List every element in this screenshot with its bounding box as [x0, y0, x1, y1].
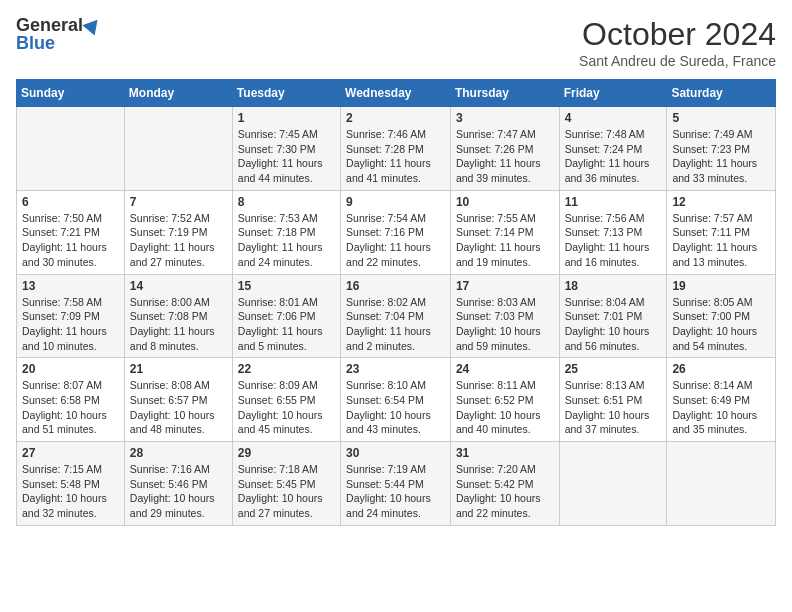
cell-info: Sunrise: 7:58 AM: [22, 295, 119, 310]
cell-info: Sunrise: 8:07 AM: [22, 378, 119, 393]
day-number: 18: [565, 279, 662, 293]
calendar-cell: 1Sunrise: 7:45 AMSunset: 7:30 PMDaylight…: [232, 107, 340, 191]
cell-info: Sunset: 7:26 PM: [456, 142, 554, 157]
logo: General Blue: [16, 16, 101, 52]
calendar-cell: 15Sunrise: 8:01 AMSunset: 7:06 PMDayligh…: [232, 274, 340, 358]
cell-info: Sunrise: 8:08 AM: [130, 378, 227, 393]
cell-info: Sunrise: 7:57 AM: [672, 211, 770, 226]
calendar-cell: [17, 107, 125, 191]
calendar-cell: 12Sunrise: 7:57 AMSunset: 7:11 PMDayligh…: [667, 190, 776, 274]
col-header-friday: Friday: [559, 80, 667, 107]
cell-info: Sunrise: 8:05 AM: [672, 295, 770, 310]
logo-icon: [82, 14, 103, 35]
day-number: 29: [238, 446, 335, 460]
col-header-wednesday: Wednesday: [341, 80, 451, 107]
cell-info: Daylight: 11 hours and 16 minutes.: [565, 240, 662, 269]
day-number: 21: [130, 362, 227, 376]
calendar-cell: 22Sunrise: 8:09 AMSunset: 6:55 PMDayligh…: [232, 358, 340, 442]
cell-info: Sunset: 7:14 PM: [456, 225, 554, 240]
day-number: 10: [456, 195, 554, 209]
day-number: 9: [346, 195, 445, 209]
cell-info: Sunset: 7:30 PM: [238, 142, 335, 157]
cell-info: Daylight: 10 hours and 32 minutes.: [22, 491, 119, 520]
cell-info: Sunrise: 7:46 AM: [346, 127, 445, 142]
calendar-cell: 16Sunrise: 8:02 AMSunset: 7:04 PMDayligh…: [341, 274, 451, 358]
cell-info: Daylight: 11 hours and 30 minutes.: [22, 240, 119, 269]
cell-info: Daylight: 10 hours and 22 minutes.: [456, 491, 554, 520]
calendar-cell: 26Sunrise: 8:14 AMSunset: 6:49 PMDayligh…: [667, 358, 776, 442]
cell-info: Daylight: 11 hours and 36 minutes.: [565, 156, 662, 185]
cell-info: Daylight: 11 hours and 27 minutes.: [130, 240, 227, 269]
calendar-cell: 8Sunrise: 7:53 AMSunset: 7:18 PMDaylight…: [232, 190, 340, 274]
cell-info: Sunrise: 7:15 AM: [22, 462, 119, 477]
day-number: 20: [22, 362, 119, 376]
day-number: 19: [672, 279, 770, 293]
cell-info: Sunset: 5:46 PM: [130, 477, 227, 492]
day-number: 16: [346, 279, 445, 293]
cell-info: Daylight: 11 hours and 10 minutes.: [22, 324, 119, 353]
cell-info: Sunset: 7:04 PM: [346, 309, 445, 324]
col-header-thursday: Thursday: [450, 80, 559, 107]
cell-info: Sunset: 6:51 PM: [565, 393, 662, 408]
page-header: General Blue October 2024 Sant Andreu de…: [16, 16, 776, 69]
cell-info: Sunrise: 8:14 AM: [672, 378, 770, 393]
calendar-cell: 28Sunrise: 7:16 AMSunset: 5:46 PMDayligh…: [124, 442, 232, 526]
cell-info: Sunset: 7:16 PM: [346, 225, 445, 240]
cell-info: Sunrise: 8:10 AM: [346, 378, 445, 393]
cell-info: Sunrise: 8:01 AM: [238, 295, 335, 310]
cell-info: Sunrise: 8:13 AM: [565, 378, 662, 393]
cell-info: Sunrise: 7:54 AM: [346, 211, 445, 226]
cell-info: Daylight: 11 hours and 33 minutes.: [672, 156, 770, 185]
calendar-cell: 2Sunrise: 7:46 AMSunset: 7:28 PMDaylight…: [341, 107, 451, 191]
cell-info: Sunset: 7:03 PM: [456, 309, 554, 324]
cell-info: Daylight: 10 hours and 24 minutes.: [346, 491, 445, 520]
calendar-cell: [559, 442, 667, 526]
cell-info: Daylight: 10 hours and 59 minutes.: [456, 324, 554, 353]
cell-info: Daylight: 10 hours and 48 minutes.: [130, 408, 227, 437]
day-number: 28: [130, 446, 227, 460]
cell-info: Sunset: 7:00 PM: [672, 309, 770, 324]
month-title: October 2024: [579, 16, 776, 53]
logo-general-text: General: [16, 16, 83, 34]
day-number: 27: [22, 446, 119, 460]
calendar-cell: 14Sunrise: 8:00 AMSunset: 7:08 PMDayligh…: [124, 274, 232, 358]
day-number: 26: [672, 362, 770, 376]
day-number: 8: [238, 195, 335, 209]
calendar-cell: [124, 107, 232, 191]
cell-info: Daylight: 10 hours and 29 minutes.: [130, 491, 227, 520]
cell-info: Sunset: 7:13 PM: [565, 225, 662, 240]
cell-info: Sunset: 5:42 PM: [456, 477, 554, 492]
calendar-cell: [667, 442, 776, 526]
calendar-cell: 18Sunrise: 8:04 AMSunset: 7:01 PMDayligh…: [559, 274, 667, 358]
calendar-cell: 20Sunrise: 8:07 AMSunset: 6:58 PMDayligh…: [17, 358, 125, 442]
col-header-saturday: Saturday: [667, 80, 776, 107]
cell-info: Sunrise: 7:20 AM: [456, 462, 554, 477]
day-number: 2: [346, 111, 445, 125]
week-row-1: 1Sunrise: 7:45 AMSunset: 7:30 PMDaylight…: [17, 107, 776, 191]
calendar-cell: 6Sunrise: 7:50 AMSunset: 7:21 PMDaylight…: [17, 190, 125, 274]
week-row-4: 20Sunrise: 8:07 AMSunset: 6:58 PMDayligh…: [17, 358, 776, 442]
calendar-cell: 11Sunrise: 7:56 AMSunset: 7:13 PMDayligh…: [559, 190, 667, 274]
day-number: 25: [565, 362, 662, 376]
cell-info: Daylight: 10 hours and 37 minutes.: [565, 408, 662, 437]
day-number: 7: [130, 195, 227, 209]
week-row-2: 6Sunrise: 7:50 AMSunset: 7:21 PMDaylight…: [17, 190, 776, 274]
calendar-cell: 27Sunrise: 7:15 AMSunset: 5:48 PMDayligh…: [17, 442, 125, 526]
cell-info: Sunrise: 7:56 AM: [565, 211, 662, 226]
cell-info: Sunset: 6:55 PM: [238, 393, 335, 408]
cell-info: Daylight: 11 hours and 24 minutes.: [238, 240, 335, 269]
cell-info: Daylight: 10 hours and 40 minutes.: [456, 408, 554, 437]
logo-blue-text: Blue: [16, 34, 55, 52]
calendar-cell: 13Sunrise: 7:58 AMSunset: 7:09 PMDayligh…: [17, 274, 125, 358]
day-number: 11: [565, 195, 662, 209]
cell-info: Daylight: 11 hours and 22 minutes.: [346, 240, 445, 269]
cell-info: Daylight: 11 hours and 44 minutes.: [238, 156, 335, 185]
calendar-header-row: SundayMondayTuesdayWednesdayThursdayFrid…: [17, 80, 776, 107]
cell-info: Sunrise: 7:19 AM: [346, 462, 445, 477]
cell-info: Sunset: 7:21 PM: [22, 225, 119, 240]
cell-info: Sunrise: 7:50 AM: [22, 211, 119, 226]
week-row-3: 13Sunrise: 7:58 AMSunset: 7:09 PMDayligh…: [17, 274, 776, 358]
day-number: 1: [238, 111, 335, 125]
cell-info: Sunrise: 7:52 AM: [130, 211, 227, 226]
cell-info: Sunset: 7:01 PM: [565, 309, 662, 324]
